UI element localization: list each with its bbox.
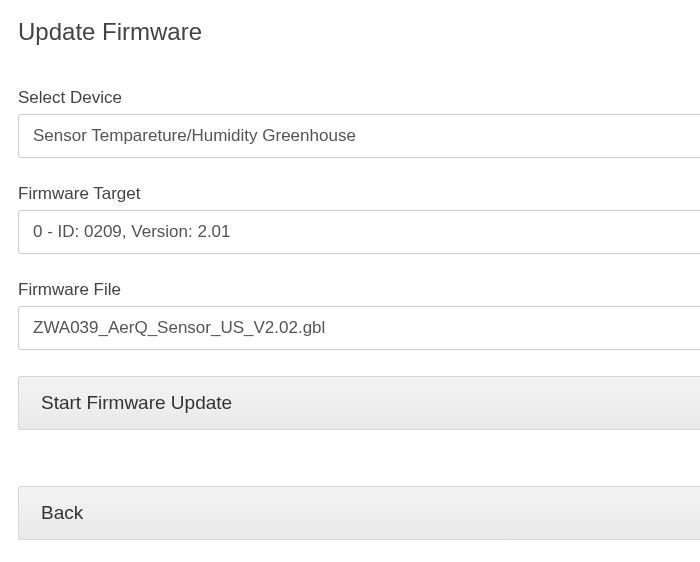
firmware-file-group: Firmware File bbox=[18, 280, 700, 350]
firmware-file-input[interactable] bbox=[18, 306, 700, 350]
select-device-label: Select Device bbox=[18, 88, 700, 108]
start-firmware-update-button[interactable]: Start Firmware Update bbox=[18, 376, 700, 430]
back-button-container: Back bbox=[18, 486, 700, 540]
firmware-target-label: Firmware Target bbox=[18, 184, 700, 204]
update-firmware-page: Update Firmware Select Device Firmware T… bbox=[0, 0, 700, 540]
page-title: Update Firmware bbox=[18, 18, 700, 46]
back-button[interactable]: Back bbox=[18, 486, 700, 540]
firmware-target-input[interactable] bbox=[18, 210, 700, 254]
select-device-input[interactable] bbox=[18, 114, 700, 158]
start-button-container: Start Firmware Update bbox=[18, 376, 700, 430]
firmware-target-group: Firmware Target bbox=[18, 184, 700, 254]
firmware-file-label: Firmware File bbox=[18, 280, 700, 300]
select-device-group: Select Device bbox=[18, 88, 700, 158]
